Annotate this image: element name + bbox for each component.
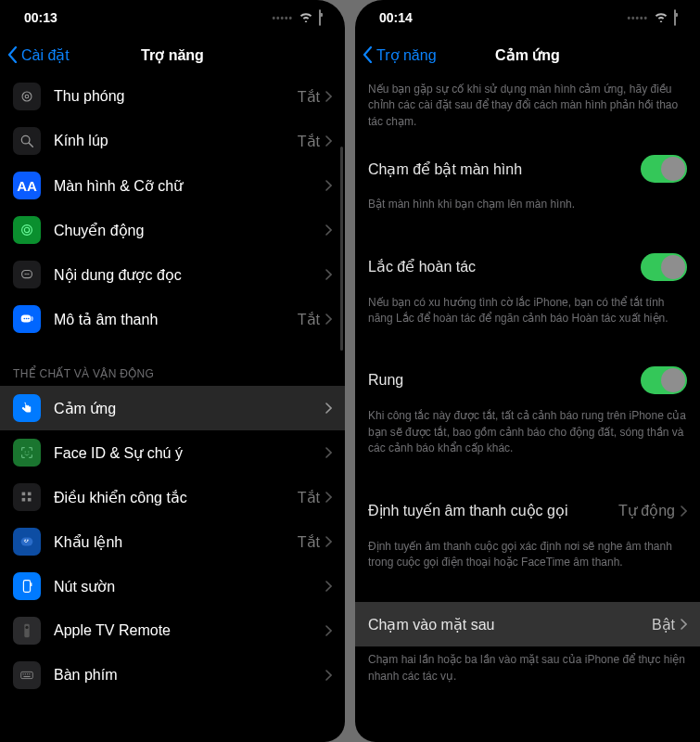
row-label: Chạm để bật màn hình — [368, 160, 641, 178]
svg-rect-23 — [23, 581, 30, 593]
chevron-right-icon — [325, 670, 332, 681]
row-label: Apple TV Remote — [54, 622, 325, 639]
svg-point-21 — [24, 539, 25, 540]
svg-point-11 — [23, 318, 25, 320]
chevron-right-icon — [681, 505, 687, 517]
svg-point-14 — [24, 451, 25, 452]
intro-text: Nếu bạn gặp sự cố khi sử dụng màn hình c… — [355, 74, 700, 147]
battery-icon — [319, 10, 321, 25]
chevron-right-icon — [325, 403, 332, 414]
row-label: Chuyển động — [54, 222, 325, 239]
row-value: Bật — [652, 616, 675, 633]
svg-rect-28 — [23, 673, 24, 674]
row-label: Khẩu lệnh — [54, 533, 298, 551]
voice-control-icon — [13, 528, 41, 556]
row-faceid[interactable]: Face ID & Sự chú ý — [0, 430, 345, 475]
back-label: Trợ năng — [376, 46, 437, 64]
svg-line-3 — [29, 143, 32, 147]
row-display-text-size[interactable]: AA Màn hình & Cỡ chữ — [0, 163, 345, 208]
touch-settings-list: Nếu bạn gặp sự cố khi sử dụng màn hình c… — [355, 74, 700, 742]
chevron-right-icon — [325, 581, 332, 592]
row-zoom[interactable]: Thu phóng Tắt — [0, 74, 345, 119]
phone-right-touch: 00:14 ••••• Trợ năng Cảm ứng Nếu bạn gặp… — [355, 0, 700, 742]
svg-rect-19 — [28, 498, 32, 502]
cellular-icon: ••••• — [272, 13, 293, 23]
footer-shake-to-undo: Nếu bạn có xu hướng tình cờ lắc iPhone, … — [355, 289, 700, 340]
svg-rect-31 — [29, 673, 30, 674]
accessibility-list: Thu phóng Tắt Kính lúp Tắt AA Màn hình &… — [0, 74, 345, 742]
spoken-content-icon — [13, 261, 41, 288]
back-label: Cài đặt — [21, 46, 70, 64]
chevron-right-icon — [325, 447, 332, 458]
chevron-right-icon — [325, 625, 332, 636]
magnifier-icon — [13, 127, 41, 155]
faceid-icon — [13, 439, 41, 467]
row-label: Thu phóng — [54, 88, 298, 105]
chevron-right-icon — [325, 269, 332, 280]
svg-rect-16 — [22, 493, 26, 496]
chevron-right-icon — [325, 91, 332, 102]
svg-point-15 — [28, 451, 29, 452]
toggle-tap-to-wake[interactable] — [641, 155, 687, 183]
svg-rect-24 — [31, 582, 32, 586]
row-touch[interactable]: Cảm ứng — [0, 386, 345, 430]
row-value: Tắt — [298, 88, 320, 106]
row-label: Rung — [368, 372, 641, 389]
section-header-physical: THỂ CHẤT VÀ VẬN ĐỘNG — [0, 341, 345, 386]
switch-control-icon — [13, 483, 41, 511]
status-indicators: ••••• — [272, 10, 321, 25]
row-label: Bàn phím — [54, 667, 325, 684]
chevron-right-icon — [681, 619, 687, 630]
row-motion[interactable]: Chuyển động — [0, 208, 345, 252]
svg-rect-29 — [25, 673, 26, 674]
phone-left-accessibility: 00:13 ••••• Cài đặt Trợ năng — [0, 0, 345, 742]
footer-tap-to-wake: Bật màn hình khi bạn chạm lên màn hình. — [355, 191, 700, 225]
toggle-shake-to-undo[interactable] — [641, 253, 687, 281]
row-label: Lắc để hoàn tác — [368, 258, 641, 275]
chevron-right-icon — [325, 536, 332, 547]
row-label: Điều khiển công tắc — [54, 489, 298, 506]
row-call-audio-routing[interactable]: Định tuyến âm thanh cuộc gọi Tự động — [355, 489, 700, 533]
row-voice-control[interactable]: Khẩu lệnh Tắt — [0, 519, 345, 564]
row-label: Face ID & Sự chú ý — [54, 444, 325, 462]
status-indicators: ••••• — [627, 10, 676, 25]
svg-rect-32 — [23, 676, 30, 677]
footer-call-audio-routing: Định tuyến âm thanh cuộc gọi xác định nơ… — [355, 533, 700, 584]
row-vibration: Rung — [355, 358, 700, 403]
wifi-icon — [299, 10, 313, 25]
row-label: Mô tả âm thanh — [54, 311, 298, 328]
svg-point-1 — [25, 95, 29, 98]
row-tap-to-wake: Chạm để bật màn hình — [355, 147, 700, 191]
row-value: Tắt — [298, 311, 320, 328]
row-apple-tv-remote[interactable]: Apple TV Remote — [0, 608, 345, 653]
row-keyboards[interactable]: Bàn phím — [0, 653, 345, 697]
row-label: Kính lúp — [54, 133, 298, 149]
chevron-right-icon — [325, 180, 332, 191]
row-back-tap[interactable]: Chạm vào mặt sau Bật — [355, 602, 700, 646]
back-button[interactable]: Trợ năng — [355, 46, 437, 64]
svg-point-4 — [22, 225, 32, 236]
svg-rect-18 — [22, 498, 26, 502]
status-bar: 00:14 ••••• — [355, 0, 700, 35]
footer-vibration: Khi công tắc này được tắt, tất cả cảnh b… — [355, 403, 700, 469]
svg-point-2 — [21, 135, 30, 144]
svg-point-9 — [28, 274, 29, 275]
row-magnifier[interactable]: Kính lúp Tắt — [0, 119, 345, 163]
row-side-button[interactable]: Nút sườn — [0, 564, 345, 608]
row-label: Chạm vào mặt sau — [368, 616, 652, 633]
row-switch-control[interactable]: Điều khiển công tắc Tắt — [0, 475, 345, 519]
back-button[interactable]: Cài đặt — [0, 46, 70, 64]
chevron-right-icon — [325, 135, 332, 147]
chevron-right-icon — [325, 224, 332, 236]
toggle-vibration[interactable] — [641, 366, 687, 394]
row-audio-descriptions[interactable]: Mô tả âm thanh Tắt — [0, 297, 345, 341]
svg-rect-17 — [28, 493, 32, 496]
svg-point-8 — [26, 274, 27, 275]
footer-back-tap: Chạm hai lần hoặc ba lần vào mặt sau của… — [355, 646, 700, 697]
zoom-icon — [13, 83, 41, 110]
status-time: 00:13 — [24, 10, 57, 25]
scrollbar[interactable] — [340, 89, 343, 367]
row-spoken-content[interactable]: Nội dung được đọc — [0, 252, 345, 297]
status-bar: 00:13 ••••• — [0, 0, 345, 35]
svg-point-13 — [28, 318, 30, 320]
